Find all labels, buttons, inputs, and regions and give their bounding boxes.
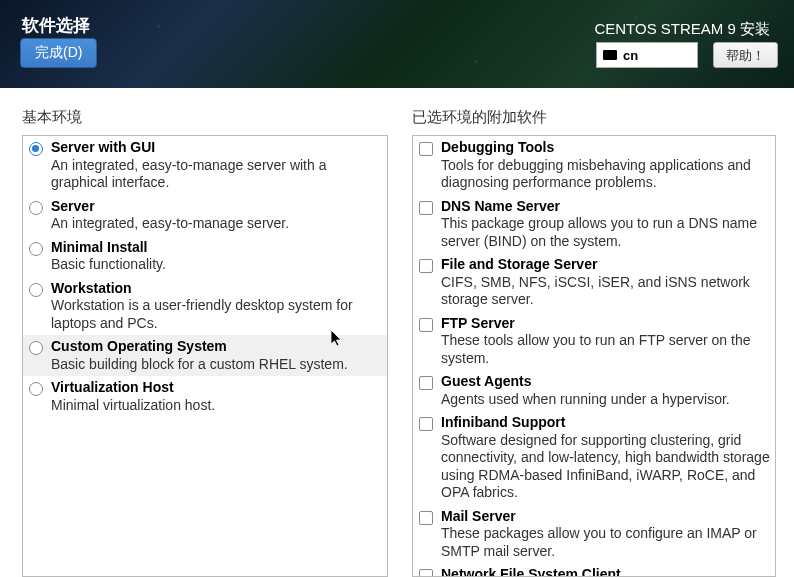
option-desc: Basic building block for a custom RHEL s… bbox=[51, 356, 383, 374]
option-text: ServerAn integrated, easy-to-manage serv… bbox=[51, 198, 383, 233]
option-title: File and Storage Server bbox=[441, 256, 771, 274]
checkbox[interactable] bbox=[419, 259, 433, 273]
option-title: Mail Server bbox=[441, 508, 771, 526]
option-desc: These tools allow you to run an FTP serv… bbox=[441, 332, 771, 367]
option-text: Virtualization HostMinimal virtualizatio… bbox=[51, 379, 383, 414]
option-title: Network File System Client bbox=[441, 566, 771, 577]
option-text: WorkstationWorkstation is a user-friendl… bbox=[51, 280, 383, 333]
option-desc: Software designed for supporting cluster… bbox=[441, 432, 771, 502]
option-title: Guest Agents bbox=[441, 373, 771, 391]
environment-option[interactable]: ServerAn integrated, easy-to-manage serv… bbox=[23, 195, 387, 236]
addons-column: 已选环境的附加软件 Debugging ToolsTools for debug… bbox=[412, 108, 776, 577]
checkbox[interactable] bbox=[419, 318, 433, 332]
checkbox[interactable] bbox=[419, 142, 433, 156]
option-title: Virtualization Host bbox=[51, 379, 383, 397]
option-desc: Tools for debugging misbehaving applicat… bbox=[441, 157, 771, 192]
help-button[interactable]: 帮助！ bbox=[713, 42, 778, 68]
page-title: 软件选择 bbox=[22, 14, 90, 37]
radio-button[interactable] bbox=[29, 382, 43, 396]
checkbox[interactable] bbox=[419, 417, 433, 431]
radio-button[interactable] bbox=[29, 341, 43, 355]
option-desc: Basic functionality. bbox=[51, 256, 383, 274]
addon-option[interactable]: FTP ServerThese tools allow you to run a… bbox=[413, 312, 775, 371]
environment-option[interactable]: WorkstationWorkstation is a user-friendl… bbox=[23, 277, 387, 336]
option-text: Custom Operating SystemBasic building bl… bbox=[51, 338, 383, 373]
option-desc: These packages allow you to configure an… bbox=[441, 525, 771, 560]
radio-button[interactable] bbox=[29, 242, 43, 256]
radio-button[interactable] bbox=[29, 201, 43, 215]
option-text: Debugging ToolsTools for debugging misbe… bbox=[441, 139, 771, 192]
checkbox[interactable] bbox=[419, 201, 433, 215]
option-text: Network File System Client bbox=[441, 566, 771, 577]
addon-option[interactable]: File and Storage ServerCIFS, SMB, NFS, i… bbox=[413, 253, 775, 312]
addon-option[interactable]: Debugging ToolsTools for debugging misbe… bbox=[413, 136, 775, 195]
addons-title: 已选环境的附加软件 bbox=[412, 108, 776, 127]
environment-option[interactable]: Server with GUIAn integrated, easy-to-ma… bbox=[23, 136, 387, 195]
addon-option[interactable]: Guest AgentsAgents used when running und… bbox=[413, 370, 775, 411]
addon-option[interactable]: Infiniband SupportSoftware designed for … bbox=[413, 411, 775, 505]
option-title: Infiniband Support bbox=[441, 414, 771, 432]
option-text: Mail ServerThese packages allow you to c… bbox=[441, 508, 771, 561]
option-title: Debugging Tools bbox=[441, 139, 771, 157]
option-desc: CIFS, SMB, NFS, iSCSI, iSER, and iSNS ne… bbox=[441, 274, 771, 309]
base-environment-title: 基本环境 bbox=[22, 108, 388, 127]
keyboard-layout-selector[interactable]: cn bbox=[596, 42, 698, 68]
option-title: Workstation bbox=[51, 280, 383, 298]
addon-option[interactable]: Network File System Client bbox=[413, 563, 775, 577]
option-desc: This package group allows you to run a D… bbox=[441, 215, 771, 250]
base-environment-panel[interactable]: Server with GUIAn integrated, easy-to-ma… bbox=[22, 135, 388, 577]
done-button[interactable]: 完成(D) bbox=[20, 38, 97, 68]
checkbox[interactable] bbox=[419, 376, 433, 390]
option-desc: An integrated, easy-to-manage server. bbox=[51, 215, 383, 233]
environment-option[interactable]: Minimal InstallBasic functionality. bbox=[23, 236, 387, 277]
keyboard-icon bbox=[603, 50, 617, 60]
option-text: Server with GUIAn integrated, easy-to-ma… bbox=[51, 139, 383, 192]
installer-header: 软件选择 完成(D) CENTOS STREAM 9 安装 cn 帮助！ bbox=[0, 0, 794, 88]
environment-option[interactable]: Virtualization HostMinimal virtualizatio… bbox=[23, 376, 387, 417]
base-environment-column: 基本环境 Server with GUIAn integrated, easy-… bbox=[22, 108, 388, 577]
option-title: Minimal Install bbox=[51, 239, 383, 257]
option-text: Minimal InstallBasic functionality. bbox=[51, 239, 383, 274]
addon-option[interactable]: Mail ServerThese packages allow you to c… bbox=[413, 505, 775, 564]
radio-button[interactable] bbox=[29, 142, 43, 156]
keyboard-layout-label: cn bbox=[623, 48, 638, 63]
option-desc: Minimal virtualization host. bbox=[51, 397, 383, 415]
radio-button[interactable] bbox=[29, 283, 43, 297]
content-area: 基本环境 Server with GUIAn integrated, easy-… bbox=[0, 88, 794, 577]
option-text: Guest AgentsAgents used when running und… bbox=[441, 373, 771, 408]
checkbox[interactable] bbox=[419, 511, 433, 525]
option-title: Server with GUI bbox=[51, 139, 383, 157]
option-desc: Workstation is a user-friendly desktop s… bbox=[51, 297, 383, 332]
option-desc: Agents used when running under a hypervi… bbox=[441, 391, 771, 409]
installer-label: CENTOS STREAM 9 安装 bbox=[594, 20, 770, 39]
addons-panel[interactable]: Debugging ToolsTools for debugging misbe… bbox=[412, 135, 776, 577]
checkbox[interactable] bbox=[419, 569, 433, 577]
option-text: DNS Name ServerThis package group allows… bbox=[441, 198, 771, 251]
option-title: FTP Server bbox=[441, 315, 771, 333]
option-title: Custom Operating System bbox=[51, 338, 383, 356]
option-title: Server bbox=[51, 198, 383, 216]
option-text: File and Storage ServerCIFS, SMB, NFS, i… bbox=[441, 256, 771, 309]
environment-option[interactable]: Custom Operating SystemBasic building bl… bbox=[23, 335, 387, 376]
option-text: FTP ServerThese tools allow you to run a… bbox=[441, 315, 771, 368]
option-text: Infiniband SupportSoftware designed for … bbox=[441, 414, 771, 502]
addon-option[interactable]: DNS Name ServerThis package group allows… bbox=[413, 195, 775, 254]
option-title: DNS Name Server bbox=[441, 198, 771, 216]
option-desc: An integrated, easy-to-manage server wit… bbox=[51, 157, 383, 192]
